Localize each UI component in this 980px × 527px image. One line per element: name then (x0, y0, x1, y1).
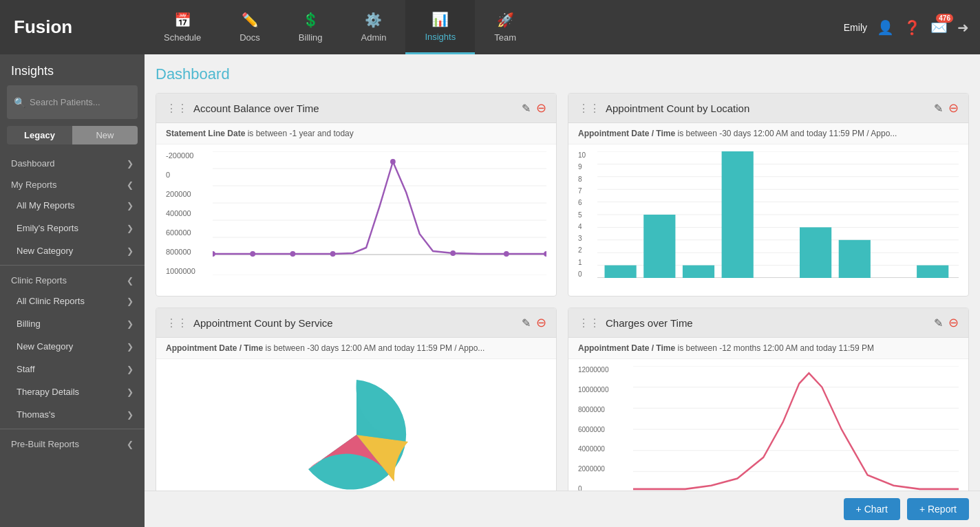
add-report-button[interactable]: + Report (907, 498, 969, 520)
sidebar-item-clinic-reports[interactable]: Clinic Reports ❮ (0, 268, 145, 290)
edit-appointment-location-button[interactable]: ✎ (934, 102, 943, 115)
new-toggle[interactable]: New (72, 126, 138, 144)
sidebar-item-all-clinic-reports[interactable]: All Clinic Reports ❯ (0, 290, 145, 312)
filter-bold-appointment-service: Appointment Date / Time (166, 343, 263, 353)
chart-header-appointment-location: ⋮⋮ Appointment Count by Location ✎ ⊖ (568, 94, 968, 123)
remove-account-balance-button[interactable]: ⊖ (536, 100, 546, 116)
team-icon: 🚀 (497, 12, 514, 28)
dashboard-grid: ⋮⋮ Account Balance over Time ✎ ⊖ Stateme… (156, 93, 969, 511)
drag-handle-charges[interactable]: ⋮⋮ (578, 316, 600, 330)
dashboard-chevron-icon: ❯ (127, 159, 134, 169)
mail-badge-container: ✉️ 476 (930, 19, 948, 36)
svg-rect-30 (683, 266, 714, 278)
chart-body-charges: 0 2000000 4000000 6000000 8000000 100000… (568, 359, 968, 510)
therapy-details-chevron-icon: ❯ (127, 387, 134, 397)
logo: Fusion (0, 17, 145, 38)
svg-point-15 (504, 251, 509, 257)
help-button[interactable]: ❓ (904, 19, 921, 36)
chart-appointment-service: ⋮⋮ Appointment Count by Service ✎ ⊖ Appo… (156, 308, 557, 511)
chart-body-appointment-location: 0 1 2 3 4 5 6 7 8 9 10 (568, 144, 968, 296)
svg-rect-29 (643, 215, 675, 278)
add-chart-button[interactable]: + Chart (844, 498, 900, 520)
svg-point-11 (290, 251, 296, 257)
sidebar-title: Insights (0, 54, 145, 85)
sidebar-item-staff[interactable]: Staff ❯ (0, 358, 145, 380)
chart-header-appointment-service: ⋮⋮ Appointment Count by Service ✎ ⊖ (156, 308, 556, 338)
chart-charges: ⋮⋮ Charges over Time ✎ ⊖ Appointment Dat… (568, 308, 969, 511)
clinic-reports-chevron-icon: ❮ (127, 276, 134, 286)
all-clinic-reports-chevron-icon: ❯ (127, 297, 134, 306)
remove-charges-button[interactable]: ⊖ (948, 315, 959, 330)
billing-chevron-icon: ❯ (127, 319, 134, 329)
svg-point-9 (213, 251, 215, 257)
sidebar-item-new-category-my[interactable]: New Category ❯ (0, 239, 145, 262)
sidebar-item-dashboard[interactable]: Dashboard ❯ (0, 151, 145, 173)
emilys-reports-chevron-icon: ❯ (127, 224, 134, 233)
filter-bold-account-balance: Statement Line Date (166, 129, 245, 138)
logout-button[interactable]: ➜ (957, 19, 969, 36)
edit-account-balance-button[interactable]: ✎ (522, 102, 531, 115)
nav-docs[interactable]: ✏️ Docs (220, 0, 279, 54)
chart-title-charges: Charges over Time (606, 317, 693, 329)
drag-handle-appointment-service[interactable]: ⋮⋮ (166, 316, 188, 330)
mail-badge-count: 476 (936, 14, 953, 23)
sidebar-search-bar[interactable]: 🔍 👤+ (7, 85, 138, 119)
remove-appointment-service-button[interactable]: ⊖ (536, 315, 546, 330)
sidebar-item-pre-built-reports[interactable]: Pre-Built Reports ❮ (0, 432, 145, 453)
svg-rect-32 (800, 227, 831, 278)
sidebar-item-therapy-details[interactable]: Therapy Details ❯ (0, 380, 145, 403)
user-avatar-button[interactable]: 👤 (877, 19, 894, 36)
new-category-clinic-label: New Category (17, 341, 73, 352)
all-my-reports-label: All My Reports (17, 200, 75, 211)
content-area: Dashboard ⋮⋮ Account Balance over Time ✎… (145, 54, 980, 527)
thomass-label: Thomas's (17, 409, 55, 420)
new-category-clinic-chevron-icon: ❯ (127, 342, 134, 352)
new-category-my-chevron-icon: ❯ (127, 246, 134, 256)
staff-label: Staff (17, 364, 35, 374)
sidebar-item-thomass[interactable]: Thomas's ❯ (0, 403, 145, 426)
sidebar-item-emilys-reports[interactable]: Emily's Reports ❯ (0, 217, 145, 239)
nav-admin[interactable]: ⚙️ Admin (342, 0, 406, 54)
svg-point-14 (450, 250, 456, 256)
drag-handle-appointment-location[interactable]: ⋮⋮ (578, 102, 600, 115)
sidebar-my-reports-label: My Reports (11, 180, 56, 190)
remove-appointment-location-button[interactable]: ⊖ (948, 100, 959, 116)
sidebar-item-my-reports[interactable]: My Reports ❮ (0, 173, 145, 194)
sidebar: Insights 🔍 👤+ Legacy New Dashboard ❯ My … (0, 54, 145, 527)
nav-insights[interactable]: 📊 Insights (405, 0, 475, 54)
emilys-reports-label: Emily's Reports (17, 223, 78, 233)
sidebar-item-new-category-clinic[interactable]: New Category ❯ (0, 335, 145, 358)
nav-schedule[interactable]: 📅 Schedule (145, 0, 220, 54)
svg-rect-33 (839, 240, 871, 278)
sidebar-item-billing[interactable]: Billing ❯ (0, 312, 145, 335)
user-name: Emily (844, 22, 867, 33)
sidebar-item-all-my-reports[interactable]: All My Reports ❯ (0, 194, 145, 217)
legacy-new-toggle: Legacy New (7, 126, 138, 144)
insights-icon: 📊 (432, 11, 449, 28)
legacy-toggle[interactable]: Legacy (7, 126, 72, 144)
pie-chart-service (166, 366, 546, 504)
nav-team[interactable]: 🚀 Team (475, 0, 535, 54)
thomass-chevron-icon: ❯ (127, 410, 134, 420)
schedule-icon: 📅 (174, 12, 191, 28)
chart-header-charges: ⋮⋮ Charges over Time ✎ ⊖ (568, 308, 968, 338)
svg-rect-31 (722, 151, 754, 278)
edit-appointment-service-button[interactable]: ✎ (522, 316, 531, 330)
drag-handle-account-balance[interactable]: ⋮⋮ (166, 102, 188, 115)
nav-billing[interactable]: 💲 Billing (279, 0, 342, 54)
all-my-reports-chevron-icon: ❯ (127, 201, 134, 211)
search-input[interactable] (30, 97, 145, 107)
docs-icon: ✏️ (242, 12, 259, 28)
edit-charges-button[interactable]: ✎ (934, 316, 943, 330)
chart-appointment-location: ⋮⋮ Appointment Count by Location ✎ ⊖ App… (568, 93, 969, 297)
clinic-reports-label: Clinic Reports (11, 275, 67, 286)
new-category-my-label: New Category (17, 246, 73, 256)
filter-bold-appointment-location: Appointment Date / Time (578, 129, 675, 138)
nav-items: 📅 Schedule ✏️ Docs 💲 Billing ⚙️ Admin 📊 … (145, 0, 833, 54)
chart-account-balance: ⋮⋮ Account Balance over Time ✎ ⊖ Stateme… (156, 93, 557, 297)
chart-title-appointment-location: Appointment Count by Location (606, 103, 749, 114)
admin-icon: ⚙️ (365, 12, 382, 28)
chart-body-appointment-service (156, 359, 556, 510)
sidebar-dashboard-label: Dashboard (11, 158, 55, 169)
filter-bold-charges: Appointment Date / Time (578, 343, 675, 353)
